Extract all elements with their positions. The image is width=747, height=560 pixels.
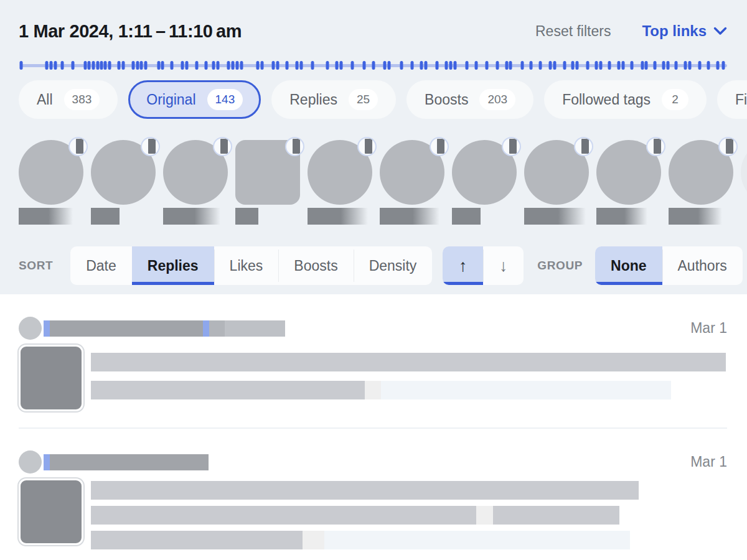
sort-options: DateRepliesLikesBoostsDensity: [70, 246, 432, 285]
filter-panel: 1 Mar 2024, 1:11 – 11:10 am Reset filter…: [0, 0, 747, 294]
text-line: [91, 531, 727, 549]
timeline-tick: [61, 61, 64, 70]
sort-direction-ascending[interactable]: ↑: [443, 246, 483, 285]
timeline-tick: [311, 61, 314, 70]
sort-option-likes[interactable]: Likes: [214, 246, 279, 285]
timeline-tick: [256, 61, 259, 70]
post-2[interactable]: Mar 1: [19, 427, 727, 556]
sort-option-density[interactable]: Density: [354, 246, 433, 285]
timeline-tick: [641, 61, 644, 70]
post-thumbnail[interactable]: [19, 345, 83, 411]
timeline-tick: [300, 61, 303, 70]
timeline-tick: [630, 61, 633, 70]
timeline-tick: [326, 61, 329, 70]
filter-pill-label: Followed tags: [562, 91, 651, 108]
timeline-tick: [666, 61, 669, 70]
timeline-tick: [662, 61, 665, 70]
app-window: 1 Mar 2024, 1:11 – 11:10 am Reset filter…: [0, 0, 747, 560]
author-avatar[interactable]: [452, 140, 517, 205]
post-author-name-placeholder: [44, 454, 50, 470]
timeline-tick: [722, 61, 725, 70]
timeline-tick: [372, 61, 375, 70]
sort-direction-descending[interactable]: ↓: [483, 246, 524, 285]
feed: Mar 1Mar 1: [0, 294, 747, 556]
post-author-avatar[interactable]: [19, 450, 42, 474]
timeline-tick: [445, 61, 448, 70]
timeline-tick: [296, 61, 299, 70]
timeline-tick: [453, 61, 456, 70]
filter-pill-label: All: [37, 91, 53, 108]
author-name-placeholder: [596, 208, 647, 225]
filter-pill-count: 383: [64, 89, 100, 110]
author-name-placeholder: [308, 208, 368, 225]
sort-option-replies[interactable]: Replies: [132, 246, 214, 285]
author-avatar[interactable]: [91, 140, 156, 205]
filter-pill-replies[interactable]: Replies25: [271, 80, 396, 119]
sort-direction: ↑↓: [443, 246, 524, 285]
text-line-segment: [303, 531, 324, 549]
filter-pill-count: 203: [479, 89, 515, 110]
author-avatar[interactable]: [669, 140, 733, 205]
timeline-tick: [121, 61, 125, 70]
post-1[interactable]: Mar 1: [19, 317, 727, 411]
sort-option-date[interactable]: Date: [70, 246, 132, 285]
timeline-tick: [363, 61, 366, 70]
text-line-segment: [493, 506, 619, 525]
group-option-none[interactable]: None: [595, 246, 662, 285]
timeline-tick: [599, 61, 602, 70]
timeline-tick: [586, 61, 590, 70]
timeline-tick: [520, 61, 524, 70]
author-name-placeholder: [91, 208, 120, 225]
author-2: [91, 140, 156, 225]
timeline-tick: [350, 61, 354, 70]
filter-pill-boosts[interactable]: Boosts203: [406, 80, 533, 119]
author-avatar[interactable]: [19, 140, 83, 205]
group-label: GROUP: [537, 259, 583, 273]
timeline-tick: [675, 61, 678, 70]
filter-pill-original[interactable]: Original143: [128, 80, 261, 119]
timeline-tick: [171, 61, 174, 70]
timeline-tick: [83, 61, 87, 70]
post-body: [19, 345, 727, 411]
timeline-tick: [276, 61, 279, 70]
timeline-tick: [186, 61, 189, 70]
filter-pill-label: Boosts: [425, 91, 468, 108]
timeline-tick: [195, 61, 199, 70]
timeline-tick: [96, 61, 99, 70]
post-body: [19, 478, 727, 556]
sort-option-boosts[interactable]: Boosts: [278, 246, 353, 285]
author-avatar[interactable]: [524, 140, 589, 205]
text-line-segment: [476, 506, 493, 525]
timeline-tick: [131, 61, 134, 70]
timeline-scrubber[interactable]: [20, 61, 727, 70]
author-avatar[interactable]: [163, 140, 228, 205]
group-option-authors[interactable]: Authors: [662, 246, 743, 285]
author-avatar[interactable]: [596, 140, 661, 205]
timeline-tick: [136, 61, 139, 70]
author-avatar[interactable]: [308, 140, 372, 205]
filter-pill-all[interactable]: All383: [19, 80, 118, 119]
author-avatar[interactable]: [235, 140, 300, 205]
timeline-tick: [157, 61, 160, 70]
author-avatar[interactable]: [741, 140, 747, 205]
timeline-tick: [286, 61, 289, 70]
filter-pill-filtered[interactable]: Filtered: [717, 80, 747, 119]
top-links-dropdown[interactable]: Top links: [642, 22, 727, 40]
timeline-tick: [54, 61, 57, 70]
reset-filters-button[interactable]: Reset filters: [535, 23, 611, 40]
timeline-tick: [474, 61, 477, 70]
post-author-avatar[interactable]: [19, 317, 42, 340]
timeline-tick: [339, 61, 342, 70]
text-line-segment: [91, 506, 476, 525]
filter-pill-followed-tags[interactable]: Followed tags2: [544, 80, 707, 119]
timeline-tick: [688, 61, 691, 70]
timeline-tick: [505, 61, 508, 70]
timeline-tick: [496, 61, 499, 70]
text-line-segment: [365, 381, 381, 399]
text-line: [91, 381, 727, 399]
timeline-tick: [485, 61, 488, 70]
post-thumbnail[interactable]: [19, 478, 83, 545]
timeline-tick: [549, 61, 552, 70]
author-avatar[interactable]: [380, 140, 444, 205]
timeline-tick: [622, 61, 625, 70]
